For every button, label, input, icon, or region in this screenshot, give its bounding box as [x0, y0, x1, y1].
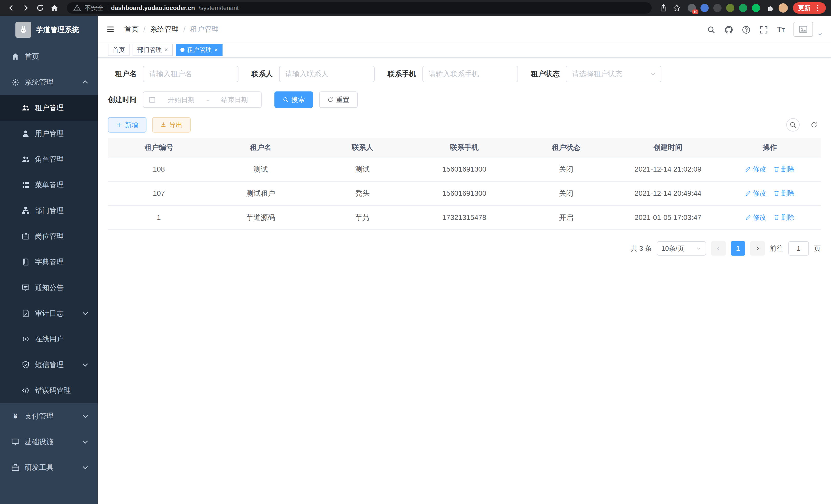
table-row[interactable]: 108测试测试15601691300关闭2021-12-14 21:02:09修…	[108, 157, 821, 181]
forward-button[interactable]	[20, 2, 32, 14]
chevron-down-icon	[81, 361, 89, 369]
refresh-icon	[810, 121, 818, 128]
goto-label: 前往	[770, 244, 783, 253]
sidebar-toggle-button[interactable]	[105, 24, 116, 35]
edit-link[interactable]: 修改	[745, 189, 766, 198]
bookmark-star-button[interactable]	[671, 2, 683, 13]
reset-button[interactable]: 重置	[319, 91, 358, 108]
sidebar-item[interactable]: 首页	[0, 44, 98, 69]
fullscreen-button[interactable]	[759, 24, 768, 34]
extensions-puzzle-button[interactable]	[765, 2, 776, 13]
sidebar-item[interactable]: 系统管理	[0, 69, 98, 95]
status-select[interactable]: 请选择租户状态	[566, 66, 661, 82]
warning-icon	[73, 4, 81, 12]
export-button[interactable]: 导出	[152, 117, 191, 132]
sidebar-item[interactable]: ¥支付管理	[0, 403, 98, 429]
extension-blue-icon[interactable]	[700, 4, 709, 12]
url-bar[interactable]: 不安全 dashboard.yudao.iocoder.cn /system/t…	[67, 2, 652, 13]
breadcrumb-item[interactable]: 首页	[124, 24, 139, 34]
tab-1[interactable]: 部门管理×	[133, 44, 173, 56]
page-size-select[interactable]: 10条/页	[657, 241, 706, 256]
add-button[interactable]: 新增	[108, 117, 146, 132]
screen: 不安全 dashboard.yudao.iocoder.cn /system/t…	[0, 0, 831, 504]
edit-link[interactable]: 修改	[745, 165, 766, 174]
extension-dark-icon[interactable]	[713, 4, 721, 12]
url-host: dashboard.yudao.iocoder.cn	[111, 4, 195, 11]
filter-row-2: 创建时间 开始日期 - 结束日期 搜索 重置	[108, 91, 821, 108]
sidebar-item[interactable]: 用户管理	[0, 121, 98, 146]
header-search-button[interactable]	[707, 24, 716, 34]
prev-page-button[interactable]	[711, 241, 726, 256]
tenant-name-input[interactable]	[143, 66, 238, 82]
column-header: 租户编号	[108, 138, 210, 157]
page-number-button[interactable]: 1	[731, 241, 745, 256]
gear-icon	[11, 78, 20, 86]
refresh-table-button[interactable]	[807, 118, 821, 131]
sidebar-item[interactable]: 通知公告	[0, 275, 98, 301]
back-button[interactable]	[5, 2, 18, 14]
cell-actions: 修改删除	[719, 181, 821, 206]
close-icon[interactable]: ×	[165, 47, 168, 53]
extension-chat-icon[interactable]	[752, 4, 760, 12]
sidebar-item[interactable]: 审计日志	[0, 301, 98, 326]
profile-avatar[interactable]	[779, 3, 788, 12]
breadcrumb-separator: /	[183, 25, 185, 33]
help-button[interactable]	[742, 24, 751, 34]
edit-link[interactable]: 修改	[745, 213, 766, 222]
table-body: 108测试测试15601691300关闭2021-12-14 21:02:09修…	[108, 157, 821, 230]
goto-page-input[interactable]	[789, 241, 809, 256]
github-button[interactable]	[724, 24, 733, 34]
calendar-icon	[148, 96, 156, 103]
breadcrumb-item[interactable]: 系统管理	[150, 24, 179, 34]
delete-link[interactable]: 删除	[773, 213, 795, 222]
chevron-down-icon	[81, 412, 89, 420]
sidebar-item[interactable]: 租户管理	[0, 95, 98, 121]
home-button[interactable]	[48, 2, 61, 14]
search-icon	[790, 121, 797, 128]
delete-link[interactable]: 删除	[773, 189, 795, 198]
avatar-caret-icon[interactable]	[818, 32, 823, 37]
trash-icon	[773, 190, 780, 196]
tab-0[interactable]: 首页	[108, 44, 130, 56]
date-range-picker[interactable]: 开始日期 - 结束日期	[143, 91, 262, 108]
extension-badged-icon[interactable]: 10	[688, 4, 696, 12]
avatar[interactable]	[794, 22, 813, 37]
sidebar-item[interactable]: 错误码管理	[0, 378, 98, 403]
table-row[interactable]: 107测试租户秃头15601691300关闭2021-12-14 20:49:4…	[108, 181, 821, 206]
toggle-search-button[interactable]	[786, 118, 800, 131]
contact-input[interactable]	[279, 66, 375, 82]
reload-icon	[36, 4, 44, 12]
sidebar-item[interactable]: 岗位管理	[0, 224, 98, 249]
dept-tree-icon	[22, 207, 30, 215]
table-row[interactable]: 1芋道源码芋艿17321315478开启2021-01-05 17:03:47修…	[108, 206, 821, 230]
sidebar-item[interactable]: 研发工具	[0, 455, 98, 480]
extension-olive-icon[interactable]	[726, 4, 735, 12]
delete-link[interactable]: 删除	[773, 165, 795, 174]
column-header: 操作	[719, 138, 821, 157]
share-button[interactable]	[658, 2, 669, 13]
sidebar-item-label: 短信管理	[35, 360, 64, 369]
extension-icons: 10	[688, 4, 760, 12]
home-icon	[11, 52, 20, 61]
fontsize-icon[interactable]: TT	[777, 25, 785, 33]
sidebar-item[interactable]: 短信管理	[0, 352, 98, 378]
sidebar-item[interactable]: 在线用户	[0, 326, 98, 352]
phone-input[interactable]	[423, 66, 518, 82]
sidebar-item[interactable]: 角色管理	[0, 146, 98, 172]
sidebar-item[interactable]: 基础设施	[0, 429, 98, 455]
infra-monitor-icon	[11, 438, 20, 446]
reload-button[interactable]	[34, 2, 46, 14]
sidebar-item[interactable]: 菜单管理	[0, 172, 98, 198]
sidebar-item[interactable]: 字典管理	[0, 249, 98, 275]
sidebar-item[interactable]: 部门管理	[0, 198, 98, 224]
tab-2[interactable]: 租户管理×	[176, 44, 223, 56]
extension-green-ring-icon[interactable]	[739, 4, 747, 12]
app-logo[interactable]: 芋道管理系统	[0, 16, 98, 44]
next-page-button[interactable]	[750, 241, 765, 256]
edit-icon	[745, 190, 751, 196]
fullscreen-icon	[759, 25, 768, 34]
column-header: 联系人	[312, 138, 413, 157]
close-icon[interactable]: ×	[214, 47, 218, 53]
search-button[interactable]: 搜索	[275, 91, 313, 108]
update-button[interactable]: 更新	[793, 2, 826, 13]
